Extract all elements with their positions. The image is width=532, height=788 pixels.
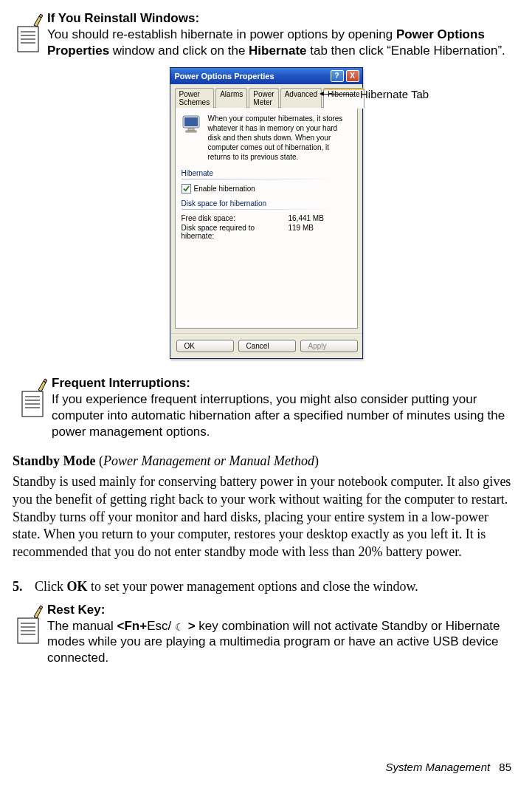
- row-disk-space-required: Disk space required to hibernate: 119 MB: [182, 224, 351, 240]
- step-seg: to set your power management options and…: [88, 579, 418, 594]
- tab-label: Power Schemes: [179, 90, 210, 106]
- step-strong: OK: [67, 579, 88, 594]
- tab-label: Advanced: [285, 90, 317, 98]
- step-number: 5.: [13, 579, 26, 595]
- row-value: 119 MB: [289, 224, 314, 240]
- page-number: 85: [499, 761, 511, 773]
- close-icon: X: [350, 72, 355, 80]
- callout-hibernate-tab: Hibernate Tab: [320, 88, 429, 100]
- ok-button[interactable]: OK: [176, 340, 234, 352]
- note-body-seg: tab then click “Enable Hibernation”.: [307, 44, 505, 58]
- help-button[interactable]: ?: [331, 70, 344, 82]
- note-icon: [15, 375, 52, 418]
- apply-button[interactable]: Apply: [300, 340, 358, 352]
- section-standby-mode: Standby Mode (Power Management or Manual…: [13, 453, 519, 561]
- note-text: Rest Key: The manual <Fn+Esc/ ☾ > key co…: [47, 602, 522, 666]
- button-label: Cancel: [246, 342, 269, 350]
- button-label: OK: [184, 342, 195, 350]
- row-value: 16,441 MB: [289, 214, 324, 222]
- note-strong: >: [184, 619, 196, 633]
- checkbox-icon: [182, 184, 191, 193]
- title-buttons: ? X: [331, 70, 359, 82]
- checkbox-label: Enable hibernation: [194, 185, 255, 193]
- note-body-seg: window and click on the: [109, 44, 249, 58]
- close-button[interactable]: X: [346, 70, 359, 82]
- power-options-properties-dialog: Power Options Properties ? X Power Schem…: [170, 67, 363, 359]
- note-icon: [10, 10, 47, 53]
- tab-power-schemes[interactable]: Power Schemes: [175, 88, 215, 108]
- group-hibernate-title: Hibernate: [182, 169, 351, 177]
- dialog-titlebar[interactable]: Power Options Properties ? X: [170, 68, 362, 84]
- note-body-seg: You should re-establish hibernate in pow…: [47, 27, 396, 41]
- group-separator: [182, 209, 351, 210]
- page: If You Reinstall Windows: You should re-…: [0, 0, 532, 788]
- tab-panel: When your computer hibernates, it stores…: [175, 108, 358, 329]
- tab-advanced[interactable]: Advanced: [280, 88, 322, 108]
- dialog-body: Power Schemes Alarms Power Meter Advance…: [170, 84, 362, 333]
- dialog-figure: Power Options Properties ? X Power Schem…: [10, 67, 522, 359]
- step-seg: Click: [35, 579, 67, 594]
- footer-label: System Management: [385, 761, 490, 773]
- callout-arrow-icon: [320, 94, 354, 95]
- dialog-buttons: OK Cancel Apply: [170, 333, 362, 358]
- note-title: Rest Key:: [47, 603, 105, 617]
- tab-label: Power Meter: [253, 90, 274, 106]
- monitor-icon: [182, 114, 202, 134]
- section-body: Standby is used mainly for conserving ba…: [13, 473, 519, 561]
- row-key: Free disk space:: [182, 214, 289, 222]
- callout-label: Hibernate Tab: [360, 88, 429, 100]
- help-icon: ?: [334, 72, 339, 80]
- section-heading: Standby Mode (Power Management or Manual…: [13, 453, 519, 470]
- note-body-strong: Hibernate: [249, 44, 306, 58]
- note-reinstall-windows: If You Reinstall Windows: You should re-…: [10, 10, 522, 58]
- note-seg: Esc/: [147, 619, 175, 633]
- tab-alarms[interactable]: Alarms: [215, 88, 247, 108]
- svg-rect-6: [184, 117, 198, 126]
- svg-rect-8: [186, 131, 196, 132]
- tab-power-meter[interactable]: Power Meter: [249, 88, 278, 108]
- heading-italic: Power Management or Manual Method: [103, 453, 314, 468]
- note-body: If you experience frequent interruptions…: [52, 392, 505, 439]
- moon-icon: ☾: [175, 621, 184, 634]
- group-separator: [182, 179, 351, 179]
- tab-label: Alarms: [220, 90, 243, 98]
- info-row: When your computer hibernates, it stores…: [182, 114, 351, 162]
- note-rest-key: Rest Key: The manual <Fn+Esc/ ☾ > key co…: [10, 602, 522, 666]
- enable-hibernation-checkbox[interactable]: Enable hibernation: [182, 184, 351, 193]
- page-footer: System Management 85: [385, 761, 511, 773]
- row-free-disk-space: Free disk space: 16,441 MB: [182, 214, 351, 222]
- note-strong: <Fn+: [117, 619, 148, 633]
- dialog-title: Power Options Properties: [175, 72, 274, 80]
- note-text: If You Reinstall Windows: You should re-…: [47, 10, 522, 58]
- button-label: Apply: [308, 342, 327, 350]
- cancel-button[interactable]: Cancel: [238, 340, 296, 352]
- heading-paren: ): [314, 453, 319, 468]
- note-seg: The manual: [47, 619, 117, 633]
- note-text: Frequent Interruptions: If you experienc…: [52, 375, 522, 439]
- note-frequent-interruptions: Frequent Interruptions: If you experienc…: [15, 375, 522, 439]
- row-key: Disk space required to hibernate:: [182, 224, 289, 240]
- group-diskspace-title: Disk space for hibernation: [182, 199, 351, 208]
- info-text: When your computer hibernates, it stores…: [208, 114, 351, 162]
- step-5: 5. Click OK to set your power management…: [13, 579, 519, 595]
- step-body: Click OK to set your power management op…: [35, 579, 418, 595]
- heading-bold: Standby Mode: [13, 453, 99, 468]
- note-title: Frequent Interruptions:: [52, 376, 190, 390]
- note-icon: [10, 602, 47, 645]
- note-title: If You Reinstall Windows:: [47, 11, 199, 25]
